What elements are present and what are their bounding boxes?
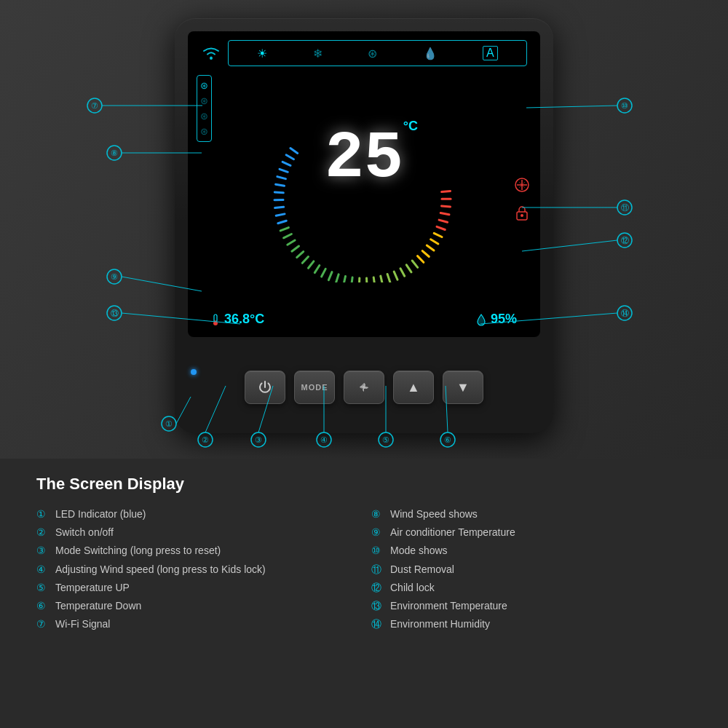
svg-line-4 [280,169,288,172]
svg-line-32 [406,265,411,272]
svg-line-3 [282,162,290,165]
svg-line-6 [276,184,285,186]
mode-drop-icon: 💧 [423,47,438,60]
svg-text:⑥: ⑥ [444,435,451,444]
desc-item-4: ④ Adjusting Wind speed (long press to Ki… [36,561,357,579]
mode-fan-icon: ⊛ [368,47,377,60]
svg-line-22 [336,274,339,282]
svg-line-20 [322,269,326,277]
fan-speed-4-icon: ⊛ [200,80,208,91]
desc-num-5: ⑤ [36,579,52,597]
status-right [514,177,530,223]
svg-line-2 [286,155,293,159]
desc-text-5: Temperature UP [55,579,130,597]
svg-text:⑬: ⑬ [111,309,119,317]
child-lock-icon [515,205,529,223]
desc-item-2: ② Switch on/off [36,523,357,542]
svg-line-12 [280,228,288,231]
svg-line-14 [288,240,295,245]
desc-num-10: ⑩ [371,542,387,560]
svg-point-87 [617,233,632,248]
svg-text:⑭: ⑭ [621,309,629,317]
desc-text-13: Environment Temperature [390,597,507,615]
desc-num-7: ⑦ [36,615,52,633]
desc-item-11: ⑪ Dust Removal [371,561,692,579]
svg-point-57 [198,432,213,447]
svg-line-41 [440,213,449,215]
svg-line-28 [381,276,383,282]
temp-down-button[interactable]: ▼ [443,371,483,404]
desc-right-col: ⑧ Wind Speed shows ⑨ Air conditioner Tem… [371,505,692,633]
wifi-icon [201,44,221,64]
svg-line-42 [442,206,451,207]
info-bar: 36.8°C 95% [197,312,531,327]
desc-item-6: ⑥ Temperature Down [36,597,357,615]
desc-item-12: ⑫ Child lock [371,579,692,597]
svg-line-38 [434,233,442,237]
mode-button[interactable]: MODE [294,371,335,404]
svg-line-34 [418,256,424,263]
svg-point-75 [107,146,122,160]
svg-line-27 [373,277,375,282]
svg-point-78 [107,269,122,284]
svg-text:⑤: ⑤ [382,435,389,444]
desc-text-12: Child lock [390,579,435,597]
svg-line-36 [427,245,434,250]
main-wrapper: ☀ ❄ ⊛ 💧 A ⊛ ⊛ ⊛ ⊛ [0,0,728,728]
svg-line-9 [275,207,284,207]
svg-line-25 [359,278,360,282]
mode-button-label: MODE [301,383,328,392]
desc-text-4: Adjusting Wind speed (long press to Kids… [55,561,266,579]
svg-point-63 [317,432,331,447]
env-temp-value: 36.8°C [224,312,264,327]
svg-point-49 [521,214,523,217]
description-grid: ① LED Indicator (blue) ② Switch on/off ③… [36,505,692,633]
device-screen: ☀ ❄ ⊛ 💧 A ⊛ ⊛ ⊛ ⊛ [188,31,540,337]
svg-point-66 [379,432,393,447]
desc-num-4: ④ [36,561,52,579]
desc-num-1: ① [36,505,52,523]
svg-line-11 [278,221,287,223]
svg-text:⑪: ⑪ [621,203,629,212]
desc-num-6: ⑥ [36,597,52,615]
svg-line-17 [302,257,308,264]
desc-num-11: ⑪ [371,561,387,579]
temp-up-button[interactable]: ▲ [393,371,434,404]
power-button[interactable] [245,371,285,404]
svg-point-93 [617,306,632,320]
svg-line-1 [290,149,298,154]
svg-point-69 [440,432,455,447]
fan-speed-2-icon: ⊛ [200,111,208,122]
svg-line-26 [367,278,368,282]
svg-line-21 [328,272,332,280]
fan-speed-column: ⊛ ⊛ ⊛ ⊛ [197,75,212,142]
svg-line-15 [292,246,299,251]
svg-point-84 [617,200,632,215]
led-indicator [191,369,197,375]
temp-up-icon: ▲ [407,380,420,395]
svg-text:②: ② [202,435,209,444]
svg-line-16 [297,252,304,258]
fan-button[interactable] [344,371,384,404]
desc-item-10: ⑩ Mode shows [371,542,692,560]
svg-text:③: ③ [255,435,262,444]
desc-num-9: ⑨ [371,523,387,542]
env-humidity-value: 95% [491,312,517,327]
svg-line-18 [309,261,314,268]
desc-text-6: Temperature Down [55,597,141,615]
desc-item-5: ⑤ Temperature UP [36,579,357,597]
temperature-display: °C 25 [325,126,403,191]
desc-num-12: ⑫ [371,579,387,597]
desc-text-7: Wi-Fi Signal [55,615,110,633]
svg-line-33 [412,261,418,267]
mode-auto-icon: A [483,46,498,60]
env-temp-display: 36.8°C [211,312,264,327]
svg-line-19 [314,266,320,273]
svg-point-60 [251,432,266,447]
desc-num-8: ⑧ [371,505,387,523]
svg-text:⑩: ⑩ [621,101,628,110]
desc-num-3: ③ [36,542,52,560]
desc-item-13: ⑬ Environment Temperature [371,597,692,615]
svg-line-44 [442,191,451,192]
svg-point-72 [87,98,102,113]
